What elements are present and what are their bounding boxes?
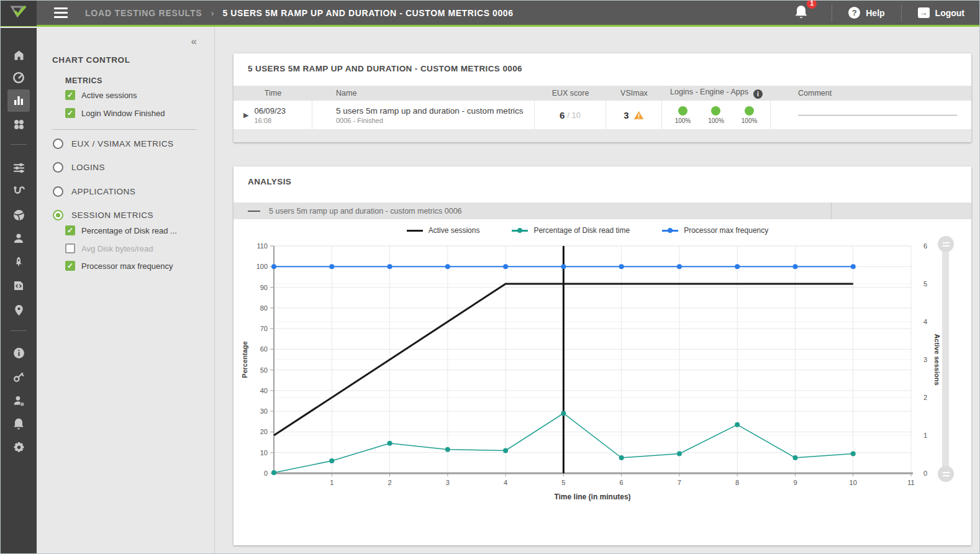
checkbox-percentage-disk-read[interactable]: ✓ Percentage of Disk read ... [65,225,177,235]
svg-text:80: 80 [260,304,268,312]
svg-text:1: 1 [923,432,927,439]
plug-icon [12,184,25,198]
checkbox-login-window-finished[interactable]: ✓ Login Window Finished [65,108,165,118]
checkbox-avg-disk-bytes-read[interactable]: Avg Disk bytes/read [65,243,153,253]
column-header-time[interactable]: Time [234,89,312,98]
svg-text:2: 2 [388,479,391,486]
bell-icon [794,4,808,19]
test-legend-strip: 5 users 5m ramp up and duration - custom… [234,202,971,219]
svg-text:20: 20 [260,428,268,435]
radio-applications[interactable]: APPLICATIONS [53,186,135,197]
svg-text:10: 10 [850,479,857,486]
metrics-section-title: METRICS [65,76,102,85]
svg-text:3: 3 [923,356,927,363]
svg-text:70: 70 [260,325,268,332]
table-row[interactable]: ▶ 06/09/23 16:08 5 users 5m ramp up and … [234,101,971,129]
legend-item-active-sessions[interactable]: Active sessions [407,226,480,235]
results-card: 5 USERS 5M RAMP UP AND DURATION - CUSTOM… [234,53,971,142]
vsimax-cell: 3 [606,101,662,129]
sidebar-item-connections[interactable] [7,180,30,202]
svg-text:8: 8 [735,479,739,486]
column-header-logins[interactable]: Logins - Engine - Appsi [662,88,771,99]
menu-toggle-icon[interactable] [54,7,68,18]
checkbox-checked-icon: ✓ [65,261,75,271]
radio-eux-vsimax-metrics[interactable]: EUX / VSIMAX METRICS [53,138,174,149]
slider-handle-top[interactable] [938,236,954,252]
person-icon [12,232,25,245]
sidebar-item-user-management[interactable] [7,389,30,412]
info-icon [12,347,25,360]
svg-text:6: 6 [923,242,927,250]
user-settings-icon [12,394,25,407]
map-pin-icon [13,304,25,317]
info-icon[interactable]: i [753,89,763,99]
sidebar-item-system-settings[interactable] [7,436,30,458]
gear-icon [12,441,25,454]
comment-input[interactable] [798,115,957,116]
svg-text:Active sessions: Active sessions [933,334,940,385]
legend-item-processor-max-frequency[interactable]: Processor max frequency [662,226,768,235]
sidebar-item-access[interactable] [7,365,30,388]
svg-text:7: 7 [678,479,681,486]
column-header-eux-score[interactable]: EUX score [535,89,606,98]
sidebar-item-results[interactable] [7,89,30,112]
radio-session-metrics[interactable]: SESSION METRICS [53,210,153,220]
sidebar-item-applications[interactable] [7,113,30,135]
test-legend-dash-icon [248,211,260,212]
chart-control-panel: « CHART CONTROL METRICS ✓ Active session… [37,28,215,554]
svg-text:2: 2 [923,394,927,401]
help-button[interactable]: ? Help [832,1,901,25]
table-footer [234,129,971,142]
column-header-comment[interactable]: Comment [771,89,971,98]
sidebar-item-home[interactable] [7,44,30,66]
help-icon: ? [848,7,860,19]
checkbox-checked-icon: ✓ [65,108,75,118]
column-header-vsimax[interactable]: VSImax [606,89,662,98]
right-axis-zoom-slider[interactable] [942,244,949,475]
radio-logins[interactable]: LOGINS [53,162,105,173]
breadcrumb-root[interactable]: LOAD TESTING RESULTS [85,8,202,18]
legend-item-disk-read-time[interactable]: Percentage of Disk read time [512,226,630,235]
comment-cell [771,101,971,129]
green-status-dot [678,106,687,116]
chart-control-title: CHART CONTROL [52,55,130,65]
results-table-header: Time Name EUX score VSImax Logins - Engi… [234,86,971,101]
slider-handle-bottom[interactable] [938,466,954,482]
checkbox-checked-icon: ✓ [65,90,75,100]
svg-text:0: 0 [923,470,927,477]
column-header-name[interactable]: Name [312,89,535,98]
results-card-title: 5 USERS 5M RAMP UP AND DURATION - CUSTOM… [248,64,522,73]
collapse-panel-icon[interactable]: « [191,35,197,48]
svg-text:50: 50 [260,366,268,374]
test-legend-label[interactable]: 5 users 5m ramp up and duration - custom… [269,207,462,216]
green-status-dot [745,106,754,116]
sidebar-item-about[interactable] [7,342,30,364]
sidebar-item-dashboard[interactable] [7,66,30,89]
svg-text:6: 6 [620,479,624,486]
svg-text:40: 40 [260,387,268,394]
brand-logo[interactable] [1,0,37,26]
logout-button[interactable]: → Logout [902,1,980,25]
sidebar-item-test-settings[interactable] [7,157,30,179]
svg-text:60: 60 [260,345,268,353]
sidebar-item-infrastructure[interactable] [7,204,30,226]
chart-legend: Active sessions Percentage of Disk read … [234,226,941,235]
engine-status: 100% [708,106,724,124]
svg-text:Time line (in minutes): Time line (in minutes) [554,493,630,501]
sidebar-item-locations[interactable] [7,299,30,321]
checkbox-processor-max-frequency[interactable]: ✓ Processor max frequency [65,261,173,271]
logins-status: 100% [675,106,691,124]
sidebar-item-notifications[interactable] [7,412,30,435]
apps-status: 100% [742,106,758,124]
analysis-chart[interactable]: 0102030405060708090100110012345612345678… [238,240,940,509]
checkbox-active-sessions[interactable]: ✓ Active sessions [65,90,137,100]
notifications-button[interactable]: 1 [782,4,832,22]
svg-text:4: 4 [504,479,507,486]
sidebar-item-scripts[interactable] [7,275,30,297]
globe-icon [12,209,25,222]
svg-text:110: 110 [256,242,268,250]
expand-row-icon[interactable]: ▶ [243,111,248,119]
sidebar-item-users[interactable] [7,227,30,250]
sidebar-divider [11,330,27,331]
sidebar-item-launchers[interactable] [7,251,30,273]
